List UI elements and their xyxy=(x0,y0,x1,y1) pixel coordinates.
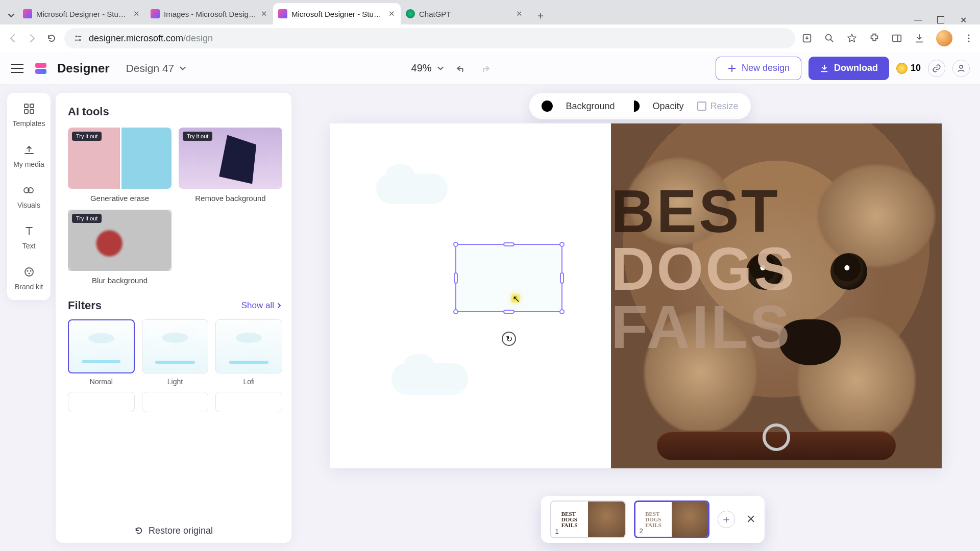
close-tray-icon[interactable]: ✕ xyxy=(746,513,755,526)
filter-normal[interactable]: Normal xyxy=(68,319,135,386)
close-icon[interactable]: ✕ xyxy=(959,15,968,24)
upload-icon xyxy=(22,143,36,156)
visuals-icon xyxy=(22,184,35,197)
filter-placeholder[interactable] xyxy=(215,392,282,412)
text-icon xyxy=(22,224,36,238)
tab-4[interactable]: ChatGPT ✕ xyxy=(401,3,528,24)
rail-text[interactable]: Text xyxy=(22,224,36,250)
resize-icon xyxy=(697,102,706,111)
rail-templates[interactable]: Templates xyxy=(13,102,45,128)
dog-image[interactable]: BEST DOGS FAILS xyxy=(611,123,942,468)
install-app-icon[interactable] xyxy=(801,33,813,44)
share-link-icon[interactable] xyxy=(928,60,945,77)
ai-card-generative-erase[interactable]: Try it out Generative erase xyxy=(68,128,172,203)
resize-handle-tr[interactable] xyxy=(559,242,565,247)
svg-point-3 xyxy=(826,35,831,40)
resize-handle-tl[interactable] xyxy=(453,242,458,247)
tab-search-dropdown[interactable] xyxy=(4,6,18,24)
resize-handle-bl[interactable] xyxy=(453,309,458,314)
resize-handle-br[interactable] xyxy=(559,309,565,314)
filter-lofi[interactable]: Lofi xyxy=(215,319,282,386)
account-icon[interactable] xyxy=(952,60,970,77)
resize-handle-left[interactable] xyxy=(454,272,458,284)
forward-icon[interactable] xyxy=(26,32,39,45)
show-all-link[interactable]: Show all xyxy=(241,300,282,311)
tab-2[interactable]: Images - Microsoft Designer ✕ xyxy=(145,3,273,24)
coins-badge[interactable]: 10 xyxy=(896,63,921,74)
minimize-icon[interactable]: ― xyxy=(914,15,923,24)
selection-box[interactable]: ↻ xyxy=(455,244,562,312)
filter-placeholder[interactable] xyxy=(142,392,209,412)
filter-placeholder[interactable] xyxy=(68,392,135,412)
resize-handle-bottom[interactable] xyxy=(503,310,514,314)
tab-1[interactable]: Microsoft Designer - Stunning ✕ xyxy=(18,3,145,24)
rail-brandkit[interactable]: Brand kit xyxy=(15,265,43,291)
resize-handle-right[interactable] xyxy=(560,272,564,284)
address-row: designer.microsoft.com/design xyxy=(0,24,980,52)
add-page-button[interactable]: ＋ xyxy=(718,511,735,528)
browser-chrome: Microsoft Designer - Stunning ✕ Images -… xyxy=(0,0,980,52)
artboard[interactable]: ↻ ↖ BEST DOGS FAILS xyxy=(330,123,942,468)
hamburger-icon[interactable] xyxy=(10,61,24,76)
opacity-swatch-icon[interactable] xyxy=(628,101,640,112)
bookmark-icon[interactable] xyxy=(846,33,857,44)
zoom-dropdown[interactable]: 49% xyxy=(411,62,444,74)
designer-logo-icon[interactable] xyxy=(34,61,48,76)
rotate-handle[interactable]: ↻ xyxy=(502,332,516,346)
new-design-button[interactable]: New design xyxy=(716,57,801,80)
left-rail: Templates My media Visuals Text Brand ki… xyxy=(7,93,51,300)
svg-rect-4 xyxy=(893,35,901,42)
artboard-headline[interactable]: BEST DOGS FAILS xyxy=(611,183,797,356)
resize-handle-top[interactable] xyxy=(503,242,514,246)
downloads-icon[interactable] xyxy=(914,33,925,44)
zoom-browser-icon[interactable] xyxy=(824,33,835,44)
address-bar[interactable]: designer.microsoft.com/design xyxy=(64,28,795,48)
menu-icon[interactable] xyxy=(964,33,974,43)
new-tab-button[interactable]: ＋ xyxy=(531,6,550,24)
close-icon[interactable]: ✕ xyxy=(261,9,268,18)
context-toolbar: Background Opacity Resize xyxy=(529,93,750,119)
close-icon[interactable]: ✕ xyxy=(516,9,523,18)
tab-4-title: ChatGPT xyxy=(419,10,512,18)
app-header: Designer Design 47 49% New design Downlo… xyxy=(0,52,980,85)
filter-light[interactable]: Light xyxy=(142,319,209,386)
page-thumb-2-selected[interactable]: BEST DOGS FAILS 2 xyxy=(634,500,709,538)
rail-visuals[interactable]: Visuals xyxy=(17,184,40,209)
tab-strip: Microsoft Designer - Stunning ✕ Images -… xyxy=(0,0,980,24)
close-icon[interactable]: ✕ xyxy=(133,9,140,18)
pages-tray: BEST DOGS FAILS 1 BEST DOGS FAILS 2 ＋ ✕ xyxy=(541,496,765,543)
rail-visuals-label: Visuals xyxy=(17,201,40,209)
ai-card-remove-background[interactable]: Try it out Remove background xyxy=(179,128,282,203)
extensions-icon[interactable] xyxy=(869,33,880,44)
brand-name: Designer xyxy=(57,61,110,76)
download-button[interactable]: Download xyxy=(808,57,889,80)
side-panel[interactable]: AI tools Try it out Generative erase Try… xyxy=(56,93,291,543)
undo-icon[interactable] xyxy=(455,62,468,74)
filter-light-thumb xyxy=(142,319,209,373)
opacity-label[interactable]: Opacity xyxy=(653,101,684,112)
svg-point-1 xyxy=(79,39,81,41)
design-title-text: Design 47 xyxy=(126,62,175,74)
maximize-icon[interactable] xyxy=(937,16,944,23)
back-icon[interactable] xyxy=(6,32,19,45)
rail-brandkit-label: Brand kit xyxy=(15,283,43,291)
site-info-icon[interactable] xyxy=(74,34,83,43)
filters-header: Filters Show all xyxy=(68,299,282,312)
filter-light-label: Light xyxy=(167,378,183,386)
filter-normal-label: Normal xyxy=(90,378,113,386)
tab-3-active[interactable]: Microsoft Designer - Stunning ✕ xyxy=(273,3,401,24)
page-thumb-1[interactable]: BEST DOGS FAILS 1 xyxy=(550,500,626,538)
header-right: New design Download 10 xyxy=(716,57,970,80)
background-swatch-icon[interactable] xyxy=(541,101,552,112)
design-title-dropdown[interactable]: Design 47 xyxy=(126,62,187,74)
background-label[interactable]: Background xyxy=(566,101,615,112)
close-icon[interactable]: ✕ xyxy=(388,9,396,18)
ai-card-blur-background[interactable]: Try it out Blur background xyxy=(68,210,172,285)
filter-lofi-label: Lofi xyxy=(243,378,255,386)
side-panel-icon[interactable] xyxy=(891,33,902,44)
browser-action-icons xyxy=(801,30,974,46)
rail-mymedia[interactable]: My media xyxy=(13,143,44,168)
profile-avatar-icon[interactable] xyxy=(936,30,952,46)
reload-icon[interactable] xyxy=(45,32,58,45)
restore-original-button[interactable]: Restore original xyxy=(56,520,291,541)
